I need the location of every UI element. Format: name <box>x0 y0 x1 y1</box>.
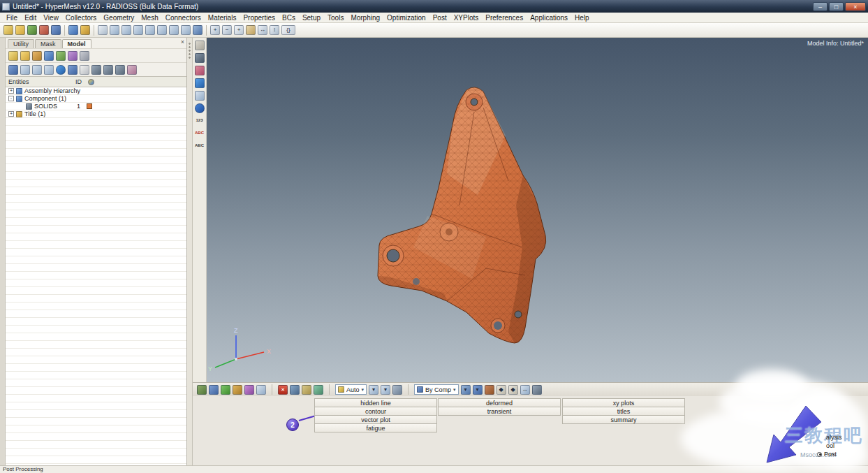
braces-icon[interactable]: {} <box>281 25 295 35</box>
menu-tools[interactable]: Tools <box>324 14 347 22</box>
reverse-icon[interactable]: ↔ <box>520 385 530 395</box>
menu-properties[interactable]: Properties <box>240 14 279 22</box>
view-cube-icon[interactable] <box>193 25 203 35</box>
rotate-left-icon[interactable] <box>169 25 179 35</box>
checker-icon[interactable] <box>532 385 542 395</box>
expand-icon[interactable]: + <box>8 111 14 117</box>
session-files-icon[interactable] <box>8 51 18 61</box>
normals-icon[interactable] <box>314 385 323 395</box>
radio-selected-icon[interactable] <box>817 452 822 457</box>
keyboard-icon[interactable] <box>195 41 205 50</box>
menu-view[interactable]: View <box>40 14 62 22</box>
selector-arrow-icon[interactable] <box>80 65 89 75</box>
organize-icon[interactable] <box>80 25 90 35</box>
color-column-icon[interactable] <box>88 79 94 85</box>
entity-colors-icon[interactable] <box>244 385 254 395</box>
display-sphere-icon[interactable] <box>56 65 66 75</box>
center-view-icon[interactable]: + <box>234 25 244 35</box>
magnifier-icon[interactable] <box>98 25 108 35</box>
id-column-header[interactable]: ID <box>75 78 82 85</box>
color-mode-dropdown[interactable]: By Comp ▾ <box>414 384 459 395</box>
performance-icon[interactable] <box>221 385 230 395</box>
view-corner-tr-icon[interactable] <box>133 25 143 35</box>
browser-config-icon[interactable] <box>80 51 89 61</box>
panel-divider[interactable] <box>187 38 193 465</box>
show-hide-icon[interactable] <box>91 65 101 75</box>
tree-row[interactable]: SOLIDS1 <box>6 103 186 110</box>
transient-button[interactable]: transient <box>438 407 561 416</box>
zoom-area-icon[interactable]: + <box>210 25 220 35</box>
entities-column-header[interactable]: Entities <box>8 78 29 85</box>
close-browser-icon[interactable]: × <box>181 39 184 45</box>
component-table-icon[interactable] <box>233 385 242 395</box>
maximize-button[interactable]: □ <box>829 2 844 11</box>
screen-layout-icon[interactable] <box>195 53 205 63</box>
menu-morphing[interactable]: Morphing <box>347 14 383 22</box>
include-browser-icon[interactable] <box>68 51 78 61</box>
info-dot-icon[interactable] <box>195 103 205 113</box>
new-session-icon[interactable] <box>3 25 13 35</box>
user-profiles-icon[interactable] <box>68 25 78 35</box>
menu-applications[interactable]: Applications <box>527 14 571 22</box>
open-model-icon[interactable] <box>15 25 25 35</box>
close-button[interactable]: × <box>845 2 866 11</box>
menu-materials[interactable]: Materials <box>205 14 240 22</box>
display-all-icon[interactable] <box>115 65 125 75</box>
shaded-elements-icon[interactable] <box>197 385 207 395</box>
tree-row[interactable]: +Assembly Hierarchy <box>6 87 186 95</box>
grid-view-icon[interactable] <box>32 65 42 75</box>
menu-setup[interactable]: Setup <box>299 14 324 22</box>
solver-browser-icon[interactable] <box>44 51 54 61</box>
rotate-right-icon[interactable] <box>181 25 191 35</box>
spotlight-icon[interactable] <box>302 385 311 395</box>
import-browser-icon[interactable] <box>20 51 30 61</box>
clear-marks-icon[interactable]: × <box>278 385 288 395</box>
menu-file[interactable]: File <box>3 14 21 22</box>
menu-preferences[interactable]: Preferences <box>482 14 527 22</box>
menu-xyplots[interactable]: XYPlots <box>450 14 483 22</box>
element-thickness-icon[interactable] <box>485 385 494 395</box>
display-mode-dropdown[interactable]: Auto ▾ <box>335 384 367 395</box>
viewport[interactable]: Z Y X Model Info: Untitled* <box>207 38 868 382</box>
page-option-alysis[interactable]: alysis <box>817 433 842 442</box>
page-option-ool[interactable]: ool <box>817 442 842 450</box>
menu-help[interactable]: Help <box>571 14 593 22</box>
save-model-icon[interactable] <box>51 25 61 35</box>
view-corner-bl-icon[interactable] <box>145 25 155 35</box>
minimize-button[interactable]: – <box>813 2 827 11</box>
import-icon[interactable] <box>27 25 37 35</box>
multi-sphere-icon[interactable] <box>195 78 205 88</box>
plot-curve-icon[interactable] <box>127 65 137 75</box>
shaded-geometry-icon[interactable]: ▾ <box>473 385 483 395</box>
view-previous-icon[interactable] <box>110 25 119 35</box>
tree-row[interactable]: +Title (1) <box>6 110 186 118</box>
view-corner-br-icon[interactable] <box>157 25 167 35</box>
smooth-shade-icon[interactable]: ▾ <box>369 385 378 395</box>
tab-utility[interactable]: Utility <box>8 39 34 48</box>
tab-model[interactable]: Model <box>62 39 91 48</box>
fit-width-icon[interactable]: ↔ <box>258 25 267 35</box>
summary-button[interactable]: summary <box>562 415 685 424</box>
visualization-diamond-icon[interactable]: ◆ <box>496 385 506 395</box>
menu-bcs[interactable]: BCs <box>279 14 299 22</box>
color-swatch[interactable] <box>87 103 92 109</box>
view-corner-tl-icon[interactable] <box>122 25 131 35</box>
menu-collectors[interactable]: Collectors <box>62 14 100 22</box>
transparency-icon[interactable] <box>392 385 402 395</box>
mesh-style-dropdown-icon[interactable]: ▾ <box>461 385 471 395</box>
list-view-icon[interactable] <box>20 65 30 75</box>
entity-sets-icon[interactable] <box>56 51 66 61</box>
menu-post[interactable]: Post <box>429 14 450 22</box>
abc-check-label-icon[interactable]: ABC <box>195 129 205 138</box>
export-icon[interactable] <box>39 25 49 35</box>
expand-icon[interactable]: + <box>8 88 14 94</box>
color-palette-icon[interactable] <box>195 66 205 75</box>
page-option-post[interactable]: Post <box>817 450 842 458</box>
isolate-icon[interactable] <box>103 65 113 75</box>
visualization-diamond2-icon[interactable]: ◆ <box>508 385 518 395</box>
menu-edit[interactable]: Edit <box>21 14 40 22</box>
fit-height-icon[interactable]: ↕ <box>270 25 279 35</box>
collapse-icon[interactable]: - <box>8 96 14 101</box>
feature-lines-icon[interactable]: ▾ <box>381 385 390 395</box>
pan-hand-icon[interactable] <box>246 25 256 35</box>
